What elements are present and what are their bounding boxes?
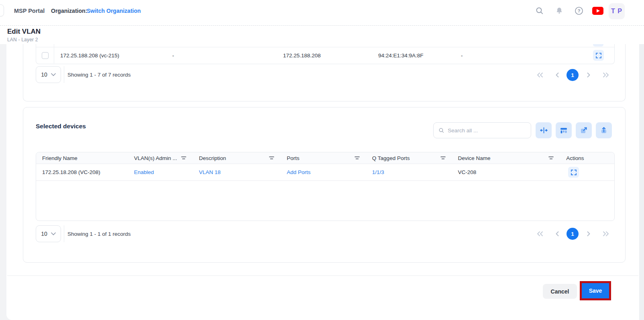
col-header-q-tagged-ports[interactable]: Q Tagged Ports <box>366 152 452 164</box>
cell-ip-address: 172.25.188.208 <box>283 53 321 59</box>
row-checkbox-cell <box>36 47 54 63</box>
current-page-button[interactable]: 1 <box>567 228 579 240</box>
page-header: Edit VLAN LAN - Layer 2 <box>0 26 639 44</box>
search-icon <box>438 127 444 134</box>
col-header-vlan-admin[interactable]: VLAN(s) Admin ... <box>128 152 193 164</box>
save-button[interactable]: Save <box>582 283 609 298</box>
prev-page-icon[interactable] <box>552 228 563 239</box>
col-header-device-name[interactable]: Device Name <box>452 152 560 164</box>
devices-table: 172.25.188.208 (vc-215) - 172.25.188.208… <box>36 44 615 64</box>
pagination-divider <box>64 66 64 83</box>
selected-devices-card: Selected devices Friendly Name VLAN(s) A… <box>23 107 626 263</box>
col-header-description[interactable]: Description <box>193 152 281 164</box>
filter-icon[interactable] <box>440 156 446 160</box>
expand-icon[interactable] <box>568 167 579 178</box>
col-header-actions: Actions <box>560 152 614 164</box>
open-external-icon[interactable] <box>576 122 592 138</box>
vertical-scrollbar[interactable] <box>639 44 644 320</box>
footer-divider <box>7 275 638 276</box>
search-all-box <box>433 122 531 138</box>
svg-text:?: ? <box>577 8 580 13</box>
table-columns-icon[interactable] <box>556 122 572 138</box>
cell-add-ports-link[interactable]: Add Ports <box>281 169 366 175</box>
clipped-expand-icon <box>593 44 603 47</box>
first-page-icon[interactable] <box>534 228 545 239</box>
clipped-checkbox-cell <box>36 44 54 47</box>
pagination-divider <box>64 225 64 242</box>
last-page-icon[interactable] <box>600 69 611 81</box>
organization-link[interactable]: Switch Organization <box>87 8 141 14</box>
search-icon[interactable] <box>535 6 544 16</box>
cell-description-link[interactable]: VLAN 18 <box>193 169 281 175</box>
devices-table-clipped-row <box>36 44 614 47</box>
table-header-row: Friendly Name VLAN(s) Admin ... Descript… <box>36 152 614 164</box>
cell-friendly-name: 172.25.18.208 (VC-208) <box>36 169 128 175</box>
cell-actions <box>560 167 614 178</box>
cell-vlan-admin: - <box>172 53 174 59</box>
table-row: 172.25.188.208 (vc-215) - 172.25.188.208… <box>36 47 614 63</box>
pagination-summary: Showing 1 - 7 of 7 records <box>67 72 131 78</box>
filter-icon[interactable] <box>355 156 360 160</box>
row-checkbox[interactable] <box>42 52 49 59</box>
page-size-value: 10 <box>41 71 47 78</box>
panel-bottom-corner <box>6 312 18 320</box>
youtube-icon[interactable] <box>592 7 603 16</box>
cell-vlan-admin-link[interactable]: Enabled <box>128 169 193 175</box>
user-avatar[interactable]: T P <box>609 3 625 19</box>
chevron-down-icon <box>51 73 56 76</box>
resize-columns-icon[interactable] <box>536 122 552 138</box>
help-icon[interactable]: ? <box>574 6 584 16</box>
filter-icon[interactable] <box>181 156 186 160</box>
col-header-friendly-name[interactable]: Friendly Name <box>36 152 128 164</box>
cell-friendly-name: 172.25.188.208 (vc-215) <box>60 53 119 59</box>
notifications-bell-icon[interactable] <box>554 6 564 16</box>
expand-icon[interactable] <box>593 50 604 61</box>
organization-label: Organization: <box>51 8 87 14</box>
cell-device-name: VC-208 <box>452 169 560 175</box>
search-input[interactable] <box>448 128 526 134</box>
prev-page-icon[interactable] <box>552 69 563 81</box>
filter-icon[interactable] <box>548 156 554 160</box>
col-header-ports[interactable]: Ports <box>281 152 366 164</box>
save-button-highlight: Save <box>580 281 611 300</box>
cell-q-tagged-ports-link[interactable]: 1/1/3 <box>366 169 452 175</box>
current-page-button[interactable]: 1 <box>567 69 579 81</box>
table-row: 172.25.18.208 (VC-208) Enabled VLAN 18 A… <box>36 164 614 181</box>
next-page-icon[interactable] <box>583 228 594 239</box>
breadcrumb: LAN - Layer 2 <box>7 37 38 43</box>
selected-devices-title: Selected devices <box>36 123 86 130</box>
page-title: Edit VLAN <box>7 28 41 36</box>
filter-icon[interactable] <box>269 156 274 160</box>
cancel-button[interactable]: Cancel <box>543 284 577 299</box>
cell-extra: - <box>461 53 463 59</box>
app-brand: MSP Portal <box>14 8 45 14</box>
selected-devices-table: Friendly Name VLAN(s) Admin ... Descript… <box>36 152 615 221</box>
left-gutter <box>0 26 6 320</box>
top-nav-bar: MSP Portal Organization: Switch Organiza… <box>0 0 644 26</box>
edit-vlan-page: MSP Portal Organization: Switch Organiza… <box>0 0 644 320</box>
page-size-select[interactable]: 10 <box>36 66 61 83</box>
devices-card: 172.25.188.208 (vc-215) - 172.25.188.208… <box>23 44 626 101</box>
last-page-icon[interactable] <box>600 228 611 239</box>
first-page-icon[interactable] <box>534 69 545 81</box>
sidebar-collapsed-notch[interactable] <box>0 4 4 16</box>
chevron-down-icon <box>51 232 56 235</box>
page-size-value: 10 <box>41 231 47 237</box>
next-page-icon[interactable] <box>583 69 594 81</box>
page-size-select[interactable]: 10 <box>36 225 61 242</box>
pagination-summary: Showing 1 - 1 of 1 records <box>67 231 131 237</box>
export-upload-icon[interactable] <box>596 122 612 138</box>
cell-mac-address: 94:24:E1:34:9A:8F <box>378 53 424 59</box>
